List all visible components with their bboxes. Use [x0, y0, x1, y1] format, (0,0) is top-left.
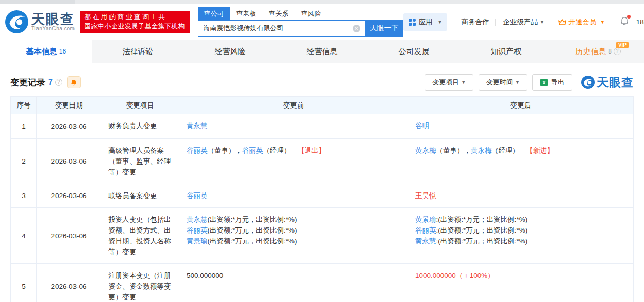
apps-label: 应用 — [419, 17, 433, 27]
table-header-row: 序号 变更日期 变更项目 变更前 变更后 — [11, 97, 634, 114]
promo-line2: 国家中小企业发展子基金旗下机构 — [85, 22, 185, 31]
col-header-after: 变更后 — [408, 97, 634, 114]
cell-line: 黄永慧:(出资额:*万元；出资比例:*%) — [415, 236, 626, 246]
person-link[interactable]: 黄景瑜 — [187, 237, 208, 245]
tab-basic-info[interactable]: 基本信息 16 — [0, 40, 92, 63]
browser-edge-strip — [0, 0, 644, 4]
crown-icon — [558, 19, 566, 26]
cell-no: 1 — [11, 114, 37, 139]
cell-before: 500.000000 — [179, 264, 408, 302]
help-icon[interactable]: ? — [55, 79, 62, 86]
person-link[interactable]: 谷丽英 — [187, 147, 208, 154]
logo-domain: TianYanCha.com — [31, 26, 75, 31]
person-link[interactable]: 黄永梅 — [471, 147, 492, 154]
notifications-button[interactable] — [620, 16, 629, 27]
clear-search-icon[interactable]: ✕ — [353, 25, 360, 32]
filter-change-item-button[interactable]: 变更项目 ▼ — [425, 74, 473, 91]
export-button[interactable]: x 导出 — [532, 74, 572, 91]
search-tab-risk[interactable]: 查风险 — [295, 7, 327, 20]
person-link[interactable]: 谷丽英 — [415, 226, 436, 234]
cell-line: 谷明 — [415, 120, 626, 131]
company-tabbar: 基本信息 16 法律诉讼 经营风险 经营信息 公司发展 知识产权 VIP 历史信… — [0, 40, 644, 63]
section-title: 变更记录 — [10, 77, 45, 88]
search-tab-relation[interactable]: 查关系 — [263, 7, 295, 20]
excel-icon: x — [540, 79, 548, 86]
person-link[interactable]: 黄永梅 — [415, 147, 436, 154]
help-icon[interactable]: ? — [614, 48, 621, 55]
search-input[interactable] — [198, 25, 365, 32]
cell-line: 黄景瑜(出资额:*万元，出资比例:*%) — [187, 236, 400, 246]
cell-no: 3 — [11, 184, 37, 208]
promo-banner: 都在用的商业查询工具 国家中小企业发展子基金旗下机构 — [80, 11, 190, 33]
cell-before: 谷丽英 — [179, 184, 408, 208]
tab-intellectual-property[interactable]: 知识产权 — [460, 40, 552, 63]
cell-change-date: 2026-03-06 — [37, 114, 101, 139]
header-nav: 应用 ▼ 商务合作 企业级产品 ▼ 开通会员 ▼ 186*... — [403, 13, 644, 31]
search-button[interactable]: 天眼一下 — [365, 20, 403, 37]
person-link[interactable]: 谷明 — [415, 122, 429, 130]
notification-badge-dot — [627, 15, 631, 19]
chevron-down-icon: ▼ — [461, 80, 466, 85]
nav-business-cooperation[interactable]: 商务合作 — [461, 17, 489, 27]
bell-icon — [70, 79, 77, 86]
filter-change-time-button[interactable]: 变更时间 ▼ — [479, 74, 527, 91]
change-status-text: 【退出】 — [298, 147, 325, 154]
user-account-menu[interactable]: 186*... ▼ — [636, 18, 644, 26]
tab-company-development[interactable]: 公司发展 — [368, 40, 460, 63]
nav-enterprise-products[interactable]: 企业级产品 ▼ — [503, 17, 544, 27]
cell-line: 谷丽英（董事），谷丽英（经理） 【退出】 — [187, 145, 400, 156]
change-status-text: 【新进】 — [526, 147, 554, 154]
tab-legal-proceedings[interactable]: 法律诉讼 — [92, 40, 184, 63]
cell-text: :(出资额:*万元；出资比例:*%) — [436, 216, 528, 223]
chevron-down-icon: ▼ — [515, 80, 520, 85]
nav-open-vip[interactable]: 开通会员 ▼ — [558, 17, 605, 27]
person-link[interactable]: 谷丽英 — [187, 226, 208, 234]
search-tab-company[interactable]: 查公司 — [198, 7, 230, 20]
tianyancha-watermark: 天眼查 — [581, 75, 634, 91]
cell-text: （经理） — [263, 147, 298, 154]
person-link[interactable]: 黄永慧 — [187, 216, 208, 223]
table-row: 52026-03-06注册资本变更（注册资金、资金数额等变更）变更500.000… — [11, 264, 634, 302]
apps-menu-button[interactable]: 应用 ▼ — [403, 13, 448, 31]
cell-line: 500.000000 — [187, 270, 400, 281]
cell-change-item: 联络员备案变更 — [101, 184, 179, 208]
chevron-down-icon: ▼ — [600, 20, 605, 25]
cell-text: (出资额:*万元，出资比例:*%) — [208, 216, 297, 223]
cell-text: 500.000000 — [187, 272, 223, 279]
person-link[interactable]: 谷丽英 — [187, 192, 208, 200]
divider — [454, 19, 454, 26]
cell-line: 王昊悦 — [415, 190, 626, 201]
person-link[interactable]: 黄永慧 — [415, 237, 436, 245]
table-row: 12026-03-06财务负责人变更黄永慧谷明 — [11, 114, 634, 139]
cell-text: :(出资额:*万元；出资比例:*%) — [436, 237, 528, 245]
cell-text: （董事）， — [208, 147, 243, 154]
tab-count: 8 — [608, 48, 612, 55]
cell-line: 黄景瑜:(出资额:*万元；出资比例:*%) — [415, 214, 626, 225]
cell-before: 黄永慧(出资额:*万元，出资比例:*%)谷丽英(出资额:*万元，出资比例:*%)… — [179, 208, 408, 264]
user-phone: 186*... — [636, 18, 644, 26]
section-count: 7 — [48, 78, 53, 87]
tianyancha-logo[interactable]: 天眼查 TianYanCha.com — [5, 10, 75, 33]
person-link[interactable]: 黄景瑜 — [415, 216, 436, 223]
person-link[interactable]: 黄永慧 — [187, 122, 208, 130]
search-tab-boss[interactable]: 查老板 — [230, 7, 263, 20]
person-link[interactable]: 谷丽英 — [242, 147, 263, 154]
cell-no: 4 — [11, 208, 37, 264]
monitor-bell-button[interactable] — [67, 76, 81, 88]
site-header: 天眼查 TianYanCha.com 都在用的商业查询工具 国家中小企业发展子基… — [0, 4, 644, 40]
cell-no: 5 — [11, 264, 37, 302]
cell-after: 谷明 — [408, 114, 634, 139]
col-header-date: 变更日期 — [37, 97, 101, 114]
cell-change-item: 高级管理人员备案（董事、监事、经理等）变更 — [101, 139, 179, 184]
col-header-before: 变更前 — [179, 97, 408, 114]
cell-change-date: 2026-03-06 — [37, 139, 101, 184]
cell-line: 1000.000000（＋100%） — [415, 270, 626, 281]
cell-no: 2 — [11, 139, 37, 184]
main-content: 变更记录 7 ? 变更项目 ▼ 变更时间 ▼ x 导出 — [0, 74, 644, 302]
tab-operating-risk[interactable]: 经营风险 — [184, 40, 276, 63]
tab-history-info[interactable]: VIP 历史信息 8 ? — [552, 40, 644, 63]
tab-operating-info[interactable]: 经营信息 — [276, 40, 368, 63]
vip-badge: VIP — [616, 42, 629, 48]
search-module: 查公司 查老板 查关系 查风险 ✕ 天眼一下 — [198, 7, 403, 37]
cell-line: 黄永慧 — [187, 120, 400, 131]
